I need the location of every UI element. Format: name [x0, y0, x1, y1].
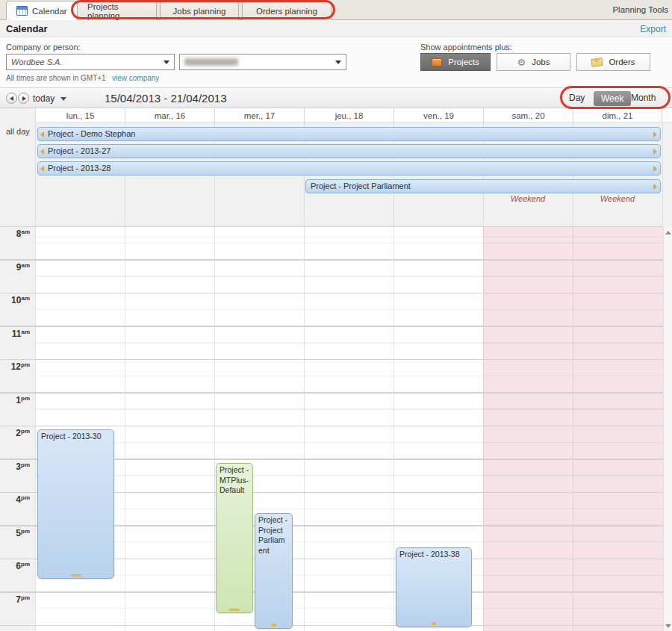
calendar-icon	[16, 6, 28, 16]
day-header-thu[interactable]: jeu., 18	[304, 108, 393, 123]
arrow-left-icon	[10, 96, 13, 101]
view-company-link[interactable]: view company	[112, 74, 159, 82]
scroll-down-icon[interactable]	[665, 624, 671, 628]
resize-handle[interactable]	[432, 622, 436, 625]
today-button[interactable]: today	[33, 93, 66, 104]
continues-right-icon	[653, 166, 657, 172]
company-select[interactable]: Wordbee S.A.	[6, 54, 175, 70]
continues-right-icon	[653, 131, 657, 137]
day-header-row: lun., 15 mar., 16 mer., 17 jeu., 18 ven.…	[0, 108, 672, 123]
hour-label-1pm: 1pm	[0, 395, 30, 405]
event-label: Project - MTPlus-Default	[220, 465, 249, 494]
scroll-up-icon[interactable]	[665, 231, 671, 234]
weekend-label-saturday: Weekend	[483, 194, 573, 203]
event-project-parliament[interactable]: Project - Project Parliament	[255, 513, 293, 629]
tab-orders-planning-label: Orders planning	[256, 7, 317, 16]
day-header-sun[interactable]: dim., 21	[573, 108, 662, 123]
allday-event-label: Project - 2013-28	[48, 164, 111, 172]
person-select-redacted-value	[184, 58, 238, 66]
hour-label-12pm: 12pm	[0, 361, 30, 372]
hour-label-11am: 11am	[0, 329, 30, 339]
prev-week-button[interactable]	[6, 93, 17, 104]
all-day-label: all day	[6, 127, 30, 136]
week-time-grid[interactable]: 8am 9am 10am 11am 12pm 1pm 2pm 3pm 4pm 5…	[0, 226, 672, 631]
timezone-note: All times are shown in GMT+1	[6, 74, 106, 82]
hour-label-5pm: 5pm	[0, 528, 30, 538]
chevron-down-icon	[164, 60, 169, 64]
allday-event-demo-stephan[interactable]: Project - Demo Stephan	[37, 127, 661, 141]
hour-label-8am: 8am	[0, 229, 30, 239]
hour-label-3pm: 3pm	[0, 461, 30, 472]
weekend-label-sunday: Weekend	[573, 194, 662, 203]
allday-event-2013-28[interactable]: Project - 2013-28	[37, 161, 661, 175]
day-header-sat[interactable]: sam., 20	[483, 108, 573, 123]
orders-toggle-label: Orders	[609, 57, 635, 66]
show-appointments-label: Show appointments plus:	[420, 43, 512, 52]
day-header-gutter	[0, 108, 35, 123]
view-month-button[interactable]: Month	[631, 93, 656, 103]
day-header-fri[interactable]: ven., 19	[393, 108, 483, 123]
gear-icon: ⚙	[517, 57, 526, 67]
day-header-wed[interactable]: mer., 17	[214, 108, 304, 123]
page-header: Calendar Export	[0, 20, 672, 37]
view-day-button[interactable]: Day	[569, 93, 585, 103]
tab-calendar-label: Calendar	[32, 7, 67, 16]
hour-label-7pm: 7pm	[0, 594, 30, 605]
projects-icon	[432, 58, 442, 66]
event-mtplus-default[interactable]: Project - MTPlus-Default	[216, 463, 253, 613]
allday-event-2013-27[interactable]: Project - 2013-27	[37, 144, 661, 158]
allday-event-project-parliament[interactable]: Project - Project Parliament	[305, 179, 661, 193]
chevron-down-icon	[335, 60, 341, 64]
projects-toggle-label: Projects	[448, 57, 479, 66]
day-header-tue[interactable]: mar., 16	[125, 108, 214, 123]
allday-event-label: Project - Demo Stephan	[48, 129, 135, 138]
event-2013-38[interactable]: Project - 2013-38	[396, 547, 472, 627]
planning-tools-label: Planning Tools	[612, 5, 668, 14]
company-select-value: Wordbee S.A.	[7, 57, 164, 66]
hour-label-6pm: 6pm	[0, 561, 30, 571]
hour-label-4pm: 4pm	[0, 494, 30, 505]
projects-toggle-button[interactable]: Projects	[420, 53, 491, 71]
calendar-nav-bar: today 15/04/2013 - 21/04/2013 Day Week M…	[0, 87, 672, 108]
hour-label-2pm: 2pm	[0, 428, 30, 438]
resize-handle[interactable]	[71, 574, 81, 576]
tab-calendar[interactable]: Calendar	[6, 1, 78, 20]
tab-jobs-planning-label: Jobs planning	[173, 7, 226, 16]
resize-handle[interactable]	[272, 624, 276, 627]
company-or-person-label: Company or person:	[6, 43, 81, 52]
continues-right-icon	[653, 149, 657, 155]
chevron-down-icon	[60, 97, 66, 101]
today-label: today	[33, 93, 55, 104]
day-header-mon[interactable]: lun., 15	[35, 108, 125, 123]
allday-event-label: Project - 2013-27	[48, 146, 111, 155]
export-link[interactable]: Export	[640, 24, 666, 34]
event-2013-30[interactable]: Project - 2013-30	[37, 429, 114, 579]
next-week-button[interactable]	[18, 93, 29, 104]
continues-left-icon	[40, 131, 44, 137]
event-label: Project - 2013-38	[399, 550, 460, 559]
tab-projects-planning[interactable]: Projects planning	[77, 1, 157, 20]
tab-jobs-planning[interactable]: Jobs planning	[160, 1, 239, 20]
hour-label-10am: 10am	[0, 295, 30, 305]
page-title: Calendar	[6, 23, 48, 34]
tab-projects-planning-label: Projects planning	[87, 2, 146, 20]
view-week-button[interactable]: Week	[594, 91, 631, 106]
continues-left-icon	[40, 149, 44, 155]
jobs-toggle-button[interactable]: ⚙ Jobs	[497, 53, 570, 71]
arrow-right-icon	[22, 96, 26, 101]
resize-handle[interactable]	[229, 609, 240, 611]
envelope-icon	[591, 57, 603, 67]
date-range: 15/04/2013 - 21/04/2013	[105, 92, 226, 105]
orders-toggle-button[interactable]: Orders	[576, 53, 650, 71]
all-day-section: all day Project - Demo Stephan Project -…	[0, 123, 672, 226]
continues-left-icon	[40, 166, 44, 172]
allday-event-label: Project - Project Parliament	[311, 181, 411, 190]
filter-bar: Company or person: Wordbee S.A. All time…	[0, 37, 672, 87]
continues-right-icon	[653, 184, 657, 190]
person-select[interactable]	[179, 54, 346, 70]
top-tab-bar: Calendar Projects planning Jobs planning…	[0, 0, 672, 20]
jobs-toggle-label: Jobs	[532, 57, 550, 66]
tab-orders-planning[interactable]: Orders planning	[242, 1, 332, 20]
hour-label-9am: 9am	[0, 262, 30, 273]
vertical-scrollbar[interactable]	[663, 226, 672, 631]
